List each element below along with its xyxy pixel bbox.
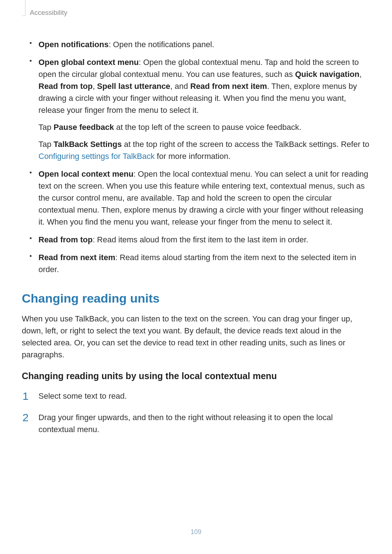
inline-bold: TalkBack Settings xyxy=(54,140,122,149)
bullet-dot-icon xyxy=(30,172,32,173)
sub-paragraph-pause-feedback: Tap Pause feedback at the top left of th… xyxy=(38,121,370,133)
section-heading-changing-reading-units: Changing reading units xyxy=(22,291,370,305)
section-body: When you use TalkBack, you can listen to… xyxy=(22,313,370,361)
bullet-text: : Open the notifications panel. xyxy=(109,40,214,49)
inline-bold: Pause feedback xyxy=(54,123,114,132)
breadcrumb: Accessibility xyxy=(30,9,67,17)
inline-text: Tap xyxy=(38,140,54,149)
step-text: Select some text to read. xyxy=(38,391,127,401)
bullet-title: Read from top xyxy=(38,235,93,244)
step-text: Drag your finger upwards, and then to th… xyxy=(38,413,333,434)
inline-text: , and xyxy=(170,82,190,91)
inline-bold: Spell last utterance xyxy=(97,82,170,91)
bullet-text: : Read items aloud from the first item t… xyxy=(93,235,308,244)
bullet-dot-icon xyxy=(30,255,32,257)
page: Accessibility Open notifications: Open t… xyxy=(0,0,392,554)
bullet-open-global-context-menu: Open global context menu: Open the globa… xyxy=(38,56,370,162)
step-2: 2 Drag your finger upwards, and then to … xyxy=(38,411,370,435)
bullet-dot-icon xyxy=(30,60,32,62)
step-list: 1 Select some text to read. 2 Drag your … xyxy=(22,390,370,435)
bullet-read-from-next-item: Read from next item: Read items aloud st… xyxy=(38,251,370,275)
inline-text: at the top right of the screen to access… xyxy=(122,140,369,149)
page-number: 109 xyxy=(0,528,392,536)
link-configuring-talkback[interactable]: Configuring settings for TalkBack xyxy=(38,152,155,161)
inline-text: for more information. xyxy=(155,152,230,161)
bullet-list: Open notifications: Open the notificatio… xyxy=(22,38,370,275)
content-area: Open notifications: Open the notificatio… xyxy=(22,6,370,435)
subheading-local-contextual-menu: Changing reading units by using the loca… xyxy=(22,371,370,381)
inline-bold: Read from top xyxy=(38,82,93,91)
bullet-title: Read from next item xyxy=(38,253,115,262)
inline-bold: Read from next item xyxy=(190,82,267,91)
bullet-open-local-context-menu: Open local context menu: Open the local … xyxy=(38,168,370,228)
sub-paragraph-talkback-settings: Tap TalkBack Settings at the top right o… xyxy=(38,138,370,162)
inline-text: , xyxy=(93,82,97,91)
bullet-title: Open global context menu xyxy=(38,58,139,67)
bullet-title: Open local context menu xyxy=(38,169,134,178)
inline-text: Tap xyxy=(38,123,54,132)
step-number: 2 xyxy=(23,409,36,426)
step-1: 1 Select some text to read. xyxy=(38,390,370,402)
inline-text: , xyxy=(359,70,362,79)
step-number: 1 xyxy=(23,388,36,404)
inline-text: at the top left of the screen to pause v… xyxy=(114,123,301,132)
bullet-open-notifications: Open notifications: Open the notificatio… xyxy=(38,38,370,50)
bullet-read-from-top: Read from top: Read items aloud from the… xyxy=(38,234,370,246)
bullet-dot-icon xyxy=(30,237,32,239)
header-rule xyxy=(22,0,25,16)
bullet-title: Open notifications xyxy=(38,40,109,49)
bullet-dot-icon xyxy=(30,42,32,44)
inline-bold: Quick navigation xyxy=(295,70,359,79)
